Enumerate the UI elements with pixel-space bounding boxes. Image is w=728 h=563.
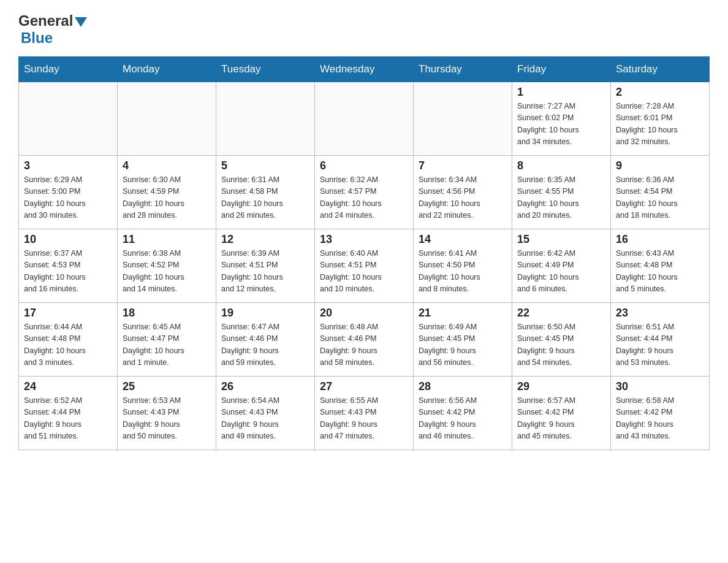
logo-blue-text: Blue	[21, 29, 53, 46]
calendar-cell: 14Sunrise: 6:41 AMSunset: 4:50 PMDayligh…	[414, 229, 512, 303]
day-info: Sunrise: 7:27 AMSunset: 6:02 PMDaylight:…	[517, 101, 605, 148]
calendar-cell: 3Sunrise: 6:29 AMSunset: 5:00 PMDaylight…	[19, 156, 118, 229]
day-info: Sunrise: 6:56 AMSunset: 4:42 PMDaylight:…	[419, 395, 507, 443]
calendar-cell	[216, 82, 315, 156]
calendar-cell: 8Sunrise: 6:35 AMSunset: 4:55 PMDaylight…	[512, 156, 611, 229]
calendar-cell: 12Sunrise: 6:39 AMSunset: 4:51 PMDayligh…	[216, 229, 315, 303]
day-number: 30	[616, 380, 704, 393]
calendar-cell: 13Sunrise: 6:40 AMSunset: 4:51 PMDayligh…	[315, 229, 414, 303]
calendar-cell: 28Sunrise: 6:56 AMSunset: 4:42 PMDayligh…	[414, 377, 512, 450]
calendar-cell: 16Sunrise: 6:43 AMSunset: 4:48 PMDayligh…	[611, 229, 710, 303]
calendar-header-row: SundayMondayTuesdayWednesdayThursdayFrid…	[19, 57, 710, 82]
calendar-cell: 1Sunrise: 7:27 AMSunset: 6:02 PMDaylight…	[512, 82, 611, 156]
day-number: 16	[616, 233, 704, 246]
day-info: Sunrise: 6:35 AMSunset: 4:55 PMDaylight:…	[517, 174, 605, 222]
day-number: 25	[123, 380, 211, 393]
logo: General Blue	[18, 12, 87, 47]
day-info: Sunrise: 6:53 AMSunset: 4:43 PMDaylight:…	[123, 395, 211, 443]
day-info: Sunrise: 6:48 AMSunset: 4:46 PMDaylight:…	[320, 321, 408, 369]
calendar-cell: 29Sunrise: 6:57 AMSunset: 4:42 PMDayligh…	[512, 377, 611, 450]
logo-triangle-icon	[75, 17, 87, 27]
calendar-cell	[118, 82, 216, 156]
day-info: Sunrise: 6:51 AMSunset: 4:44 PMDaylight:…	[616, 321, 704, 369]
day-info: Sunrise: 6:42 AMSunset: 4:49 PMDaylight:…	[517, 248, 605, 296]
day-of-week-header: Wednesday	[315, 57, 414, 82]
day-number: 13	[320, 233, 408, 246]
day-info: Sunrise: 6:32 AMSunset: 4:57 PMDaylight:…	[320, 174, 408, 222]
day-number: 10	[24, 233, 112, 246]
calendar-cell: 15Sunrise: 6:42 AMSunset: 4:49 PMDayligh…	[512, 229, 611, 303]
day-info: Sunrise: 6:44 AMSunset: 4:48 PMDaylight:…	[24, 321, 112, 369]
day-number: 23	[616, 307, 704, 320]
day-number: 3	[24, 159, 112, 172]
calendar-cell: 18Sunrise: 6:45 AMSunset: 4:47 PMDayligh…	[118, 303, 216, 377]
calendar-cell: 22Sunrise: 6:50 AMSunset: 4:45 PMDayligh…	[512, 303, 611, 377]
calendar-cell: 17Sunrise: 6:44 AMSunset: 4:48 PMDayligh…	[19, 303, 118, 377]
day-number: 27	[320, 380, 408, 393]
day-number: 19	[221, 307, 309, 320]
calendar-week-row: 10Sunrise: 6:37 AMSunset: 4:53 PMDayligh…	[19, 229, 710, 303]
calendar-cell: 5Sunrise: 6:31 AMSunset: 4:58 PMDaylight…	[216, 156, 315, 229]
day-info: Sunrise: 6:54 AMSunset: 4:43 PMDaylight:…	[221, 395, 309, 443]
calendar-cell	[315, 82, 414, 156]
day-info: Sunrise: 6:37 AMSunset: 4:53 PMDaylight:…	[24, 248, 112, 296]
day-number: 28	[419, 380, 507, 393]
day-info: Sunrise: 6:47 AMSunset: 4:46 PMDaylight:…	[221, 321, 309, 369]
calendar-week-row: 24Sunrise: 6:52 AMSunset: 4:44 PMDayligh…	[19, 377, 710, 450]
calendar-cell	[19, 82, 118, 156]
day-of-week-header: Tuesday	[216, 57, 315, 82]
day-of-week-header: Monday	[118, 57, 216, 82]
day-info: Sunrise: 6:41 AMSunset: 4:50 PMDaylight:…	[419, 248, 507, 296]
calendar-cell: 11Sunrise: 6:38 AMSunset: 4:52 PMDayligh…	[118, 229, 216, 303]
day-number: 12	[221, 233, 309, 246]
calendar-cell: 27Sunrise: 6:55 AMSunset: 4:43 PMDayligh…	[315, 377, 414, 450]
day-number: 8	[517, 159, 605, 172]
day-number: 5	[221, 159, 309, 172]
calendar-cell: 2Sunrise: 7:28 AMSunset: 6:01 PMDaylight…	[611, 82, 710, 156]
day-info: Sunrise: 6:31 AMSunset: 4:58 PMDaylight:…	[221, 174, 309, 222]
calendar-cell: 30Sunrise: 6:58 AMSunset: 4:42 PMDayligh…	[611, 377, 710, 450]
day-info: Sunrise: 6:45 AMSunset: 4:47 PMDaylight:…	[123, 321, 211, 369]
day-of-week-header: Saturday	[611, 57, 710, 82]
calendar-cell: 25Sunrise: 6:53 AMSunset: 4:43 PMDayligh…	[118, 377, 216, 450]
day-number: 21	[419, 307, 507, 320]
day-info: Sunrise: 6:55 AMSunset: 4:43 PMDaylight:…	[320, 395, 408, 443]
day-info: Sunrise: 6:52 AMSunset: 4:44 PMDaylight:…	[24, 395, 112, 443]
calendar-cell: 6Sunrise: 6:32 AMSunset: 4:57 PMDaylight…	[315, 156, 414, 229]
calendar-cell: 24Sunrise: 6:52 AMSunset: 4:44 PMDayligh…	[19, 377, 118, 450]
day-number: 2	[616, 86, 704, 99]
calendar-cell: 9Sunrise: 6:36 AMSunset: 4:54 PMDaylight…	[611, 156, 710, 229]
calendar-cell: 19Sunrise: 6:47 AMSunset: 4:46 PMDayligh…	[216, 303, 315, 377]
day-number: 14	[419, 233, 507, 246]
day-info: Sunrise: 6:38 AMSunset: 4:52 PMDaylight:…	[123, 248, 211, 296]
day-number: 7	[419, 159, 507, 172]
calendar-week-row: 17Sunrise: 6:44 AMSunset: 4:48 PMDayligh…	[19, 303, 710, 377]
day-info: Sunrise: 6:29 AMSunset: 5:00 PMDaylight:…	[24, 174, 112, 222]
day-info: Sunrise: 6:36 AMSunset: 4:54 PMDaylight:…	[616, 174, 704, 222]
day-info: Sunrise: 6:30 AMSunset: 4:59 PMDaylight:…	[123, 174, 211, 222]
day-info: Sunrise: 6:34 AMSunset: 4:56 PMDaylight:…	[419, 174, 507, 222]
day-of-week-header: Thursday	[414, 57, 512, 82]
day-info: Sunrise: 7:28 AMSunset: 6:01 PMDaylight:…	[616, 101, 704, 148]
calendar-week-row: 3Sunrise: 6:29 AMSunset: 5:00 PMDaylight…	[19, 156, 710, 229]
calendar-table: SundayMondayTuesdayWednesdayThursdayFrid…	[18, 56, 710, 450]
logo-general-text: General	[18, 12, 73, 29]
calendar-cell: 26Sunrise: 6:54 AMSunset: 4:43 PMDayligh…	[216, 377, 315, 450]
day-number: 24	[24, 380, 112, 393]
day-number: 1	[517, 86, 605, 99]
day-info: Sunrise: 6:58 AMSunset: 4:42 PMDaylight:…	[616, 395, 704, 443]
day-info: Sunrise: 6:43 AMSunset: 4:48 PMDaylight:…	[616, 248, 704, 296]
calendar-cell: 20Sunrise: 6:48 AMSunset: 4:46 PMDayligh…	[315, 303, 414, 377]
day-number: 20	[320, 307, 408, 320]
calendar-cell: 23Sunrise: 6:51 AMSunset: 4:44 PMDayligh…	[611, 303, 710, 377]
calendar-cell: 4Sunrise: 6:30 AMSunset: 4:59 PMDaylight…	[118, 156, 216, 229]
day-number: 22	[517, 307, 605, 320]
day-info: Sunrise: 6:40 AMSunset: 4:51 PMDaylight:…	[320, 248, 408, 296]
day-info: Sunrise: 6:50 AMSunset: 4:45 PMDaylight:…	[517, 321, 605, 369]
day-number: 9	[616, 159, 704, 172]
day-of-week-header: Sunday	[19, 57, 118, 82]
calendar-week-row: 1Sunrise: 7:27 AMSunset: 6:02 PMDaylight…	[19, 82, 710, 156]
day-number: 29	[517, 380, 605, 393]
day-number: 15	[517, 233, 605, 246]
calendar-cell: 7Sunrise: 6:34 AMSunset: 4:56 PMDaylight…	[414, 156, 512, 229]
